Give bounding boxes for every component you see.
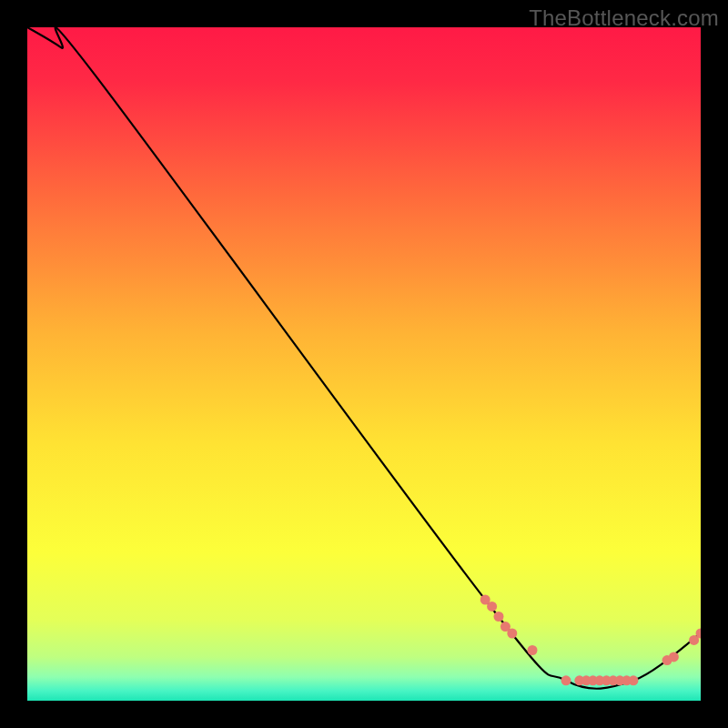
watermark-text: TheBottleneck.com — [529, 5, 719, 31]
marker-point — [494, 612, 504, 622]
gradient-background — [27, 27, 701, 701]
marker-point — [629, 675, 639, 685]
marker-point — [507, 629, 517, 639]
marker-point — [561, 675, 571, 685]
plot-area — [27, 27, 701, 701]
marker-point — [487, 602, 497, 612]
bottleneck-chart — [27, 27, 701, 701]
chart-frame: TheBottleneck.com — [0, 0, 728, 728]
marker-point — [528, 645, 538, 655]
marker-point — [669, 652, 679, 662]
